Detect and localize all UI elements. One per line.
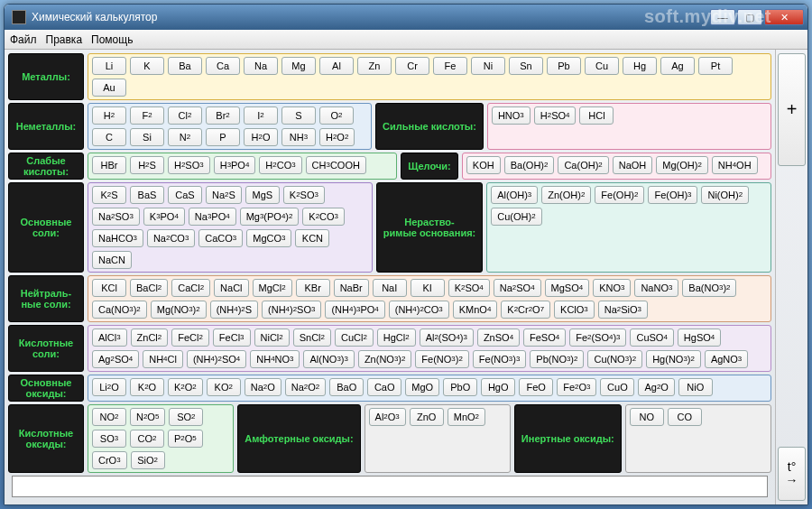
compound-button[interactable]: KCl	[92, 279, 126, 297]
compound-button[interactable]: Al2(SO4)3	[420, 329, 474, 347]
compound-button[interactable]: Ni(OH)2	[701, 186, 749, 204]
compound-button[interactable]: BaO	[329, 378, 364, 396]
temp-button[interactable]: t°→	[778, 447, 806, 501]
compound-button[interactable]: BaCl2	[130, 279, 168, 297]
minimize-button[interactable]: —	[710, 9, 735, 25]
compound-button[interactable]: CuSO4	[630, 329, 673, 347]
compound-button[interactable]: Li2O	[92, 378, 126, 396]
compound-button[interactable]: NaI	[373, 279, 407, 297]
compound-button[interactable]: Fe2(SO4)3	[569, 329, 626, 347]
compound-button[interactable]: MgCO3	[246, 229, 291, 247]
compound-button[interactable]: Ag2SO4	[92, 350, 139, 368]
compound-button[interactable]: I2	[244, 106, 278, 125]
compound-button[interactable]: H2	[92, 106, 126, 125]
compound-button[interactable]: KMnO4	[453, 301, 498, 319]
close-button[interactable]: ✕	[764, 9, 804, 25]
output-area[interactable]	[12, 476, 768, 497]
compound-button[interactable]: Ca(OH)2	[558, 156, 608, 174]
compound-button[interactable]: NaCl	[214, 279, 248, 297]
compound-button[interactable]: P	[206, 128, 240, 146]
compound-button[interactable]: ZnO	[410, 408, 444, 426]
compound-button[interactable]: MgS	[245, 186, 280, 204]
compound-button[interactable]: Pt	[698, 57, 733, 75]
compound-button[interactable]: H2O	[244, 128, 278, 146]
compound-button[interactable]: (NH4)3PO4	[325, 301, 384, 319]
compound-button[interactable]: Cr	[395, 57, 429, 75]
compound-button[interactable]: MgO	[405, 378, 439, 396]
compound-button[interactable]: Na2SO3	[92, 208, 140, 226]
compound-button[interactable]: SO2	[169, 408, 203, 426]
compound-button[interactable]: Na3PO4	[189, 208, 236, 226]
compound-button[interactable]: K2Cr2O7	[501, 301, 550, 319]
compound-button[interactable]: Al(NO3)3	[303, 350, 354, 368]
compound-button[interactable]: N2	[168, 128, 202, 146]
compound-button[interactable]: Hg(NO3)2	[646, 350, 701, 368]
compound-button[interactable]: CH3COOH	[306, 156, 366, 174]
compound-button[interactable]: Hg	[623, 57, 657, 75]
compound-button[interactable]: KO2	[207, 378, 241, 396]
compound-button[interactable]: AgNO3	[705, 350, 748, 368]
compound-button[interactable]: NaCN	[92, 251, 132, 269]
compound-button[interactable]: MnO2	[448, 408, 485, 426]
compound-button[interactable]: P2O5	[168, 430, 203, 448]
compound-button[interactable]: ZnCl2	[131, 329, 169, 347]
compound-button[interactable]: HgO	[481, 378, 515, 396]
compound-button[interactable]: NH4NO3	[250, 350, 300, 368]
compound-button[interactable]: ZnSO4	[477, 329, 520, 347]
compound-button[interactable]: K2SO4	[448, 279, 490, 297]
compound-button[interactable]: KI	[411, 279, 445, 297]
compound-button[interactable]: HBr	[92, 156, 126, 174]
compound-button[interactable]: Ag2O	[638, 378, 674, 396]
compound-button[interactable]: FeCl3	[213, 329, 251, 347]
compound-button[interactable]: Ag	[660, 57, 695, 75]
compound-button[interactable]: H2SO3	[168, 156, 210, 174]
compound-button[interactable]: AlCl3	[92, 329, 127, 347]
compound-button[interactable]: FeSO4	[523, 329, 566, 347]
compound-button[interactable]: NH4OH	[712, 156, 758, 174]
compound-button[interactable]: Mg(OH)2	[656, 156, 708, 174]
compound-button[interactable]: Br2	[206, 106, 240, 125]
compound-button[interactable]: CaCl2	[171, 279, 210, 297]
compound-button[interactable]: NaHCO3	[92, 229, 143, 247]
compound-button[interactable]: Ca(NO3)2	[92, 301, 147, 319]
compound-button[interactable]: (NH4)2S	[210, 301, 258, 319]
compound-button[interactable]: K2SO3	[283, 186, 325, 204]
compound-button[interactable]: Fe(OH)3	[648, 186, 697, 204]
compound-button[interactable]: NH4Cl	[143, 350, 183, 368]
compound-button[interactable]: (NH4)2SO4	[187, 350, 246, 368]
compound-button[interactable]: O2	[319, 106, 354, 125]
compound-button[interactable]: Fe(NO3)2	[415, 350, 468, 368]
compound-button[interactable]: Sn	[509, 57, 543, 75]
compound-button[interactable]: Na2SO4	[494, 279, 541, 297]
compound-button[interactable]: SnCl2	[293, 329, 331, 347]
compound-button[interactable]: K2S	[92, 186, 126, 204]
compound-button[interactable]: K2CO3	[302, 208, 345, 226]
compound-button[interactable]: NH3	[281, 128, 316, 146]
compound-button[interactable]: KClO3	[554, 301, 595, 319]
compound-button[interactable]: SiO2	[131, 451, 165, 469]
compound-button[interactable]: HgSO4	[678, 329, 721, 347]
compound-button[interactable]: HgCl2	[377, 329, 416, 347]
compound-button[interactable]: SO3	[92, 430, 126, 448]
compound-button[interactable]: Ca	[206, 57, 240, 75]
compound-button[interactable]: PbO	[443, 378, 477, 396]
maximize-button[interactable]: ▢	[737, 9, 762, 25]
compound-button[interactable]: HNO3	[492, 106, 531, 125]
compound-button[interactable]: CuCl2	[335, 329, 374, 347]
compound-button[interactable]: Cu(OH)2	[491, 208, 541, 226]
compound-button[interactable]: Au	[92, 79, 126, 97]
compound-button[interactable]: N2O5	[130, 408, 165, 426]
compound-button[interactable]: NaNO3	[634, 279, 678, 297]
compound-button[interactable]: Fe(NO3)3	[473, 350, 526, 368]
compound-button[interactable]: (NH4)2CO3	[389, 301, 449, 319]
compound-button[interactable]: HCl	[579, 106, 614, 125]
compound-button[interactable]: CO2	[130, 430, 164, 448]
compound-button[interactable]: FeCl2	[171, 329, 209, 347]
compound-button[interactable]: S	[281, 106, 316, 125]
compound-button[interactable]: Na	[244, 57, 278, 75]
compound-button[interactable]: BaS	[130, 186, 164, 204]
compound-button[interactable]: Pb	[547, 57, 581, 75]
compound-button[interactable]: MgSO4	[545, 279, 590, 297]
compound-button[interactable]: H2CO3	[259, 156, 301, 174]
compound-button[interactable]: Cl2	[168, 106, 202, 125]
